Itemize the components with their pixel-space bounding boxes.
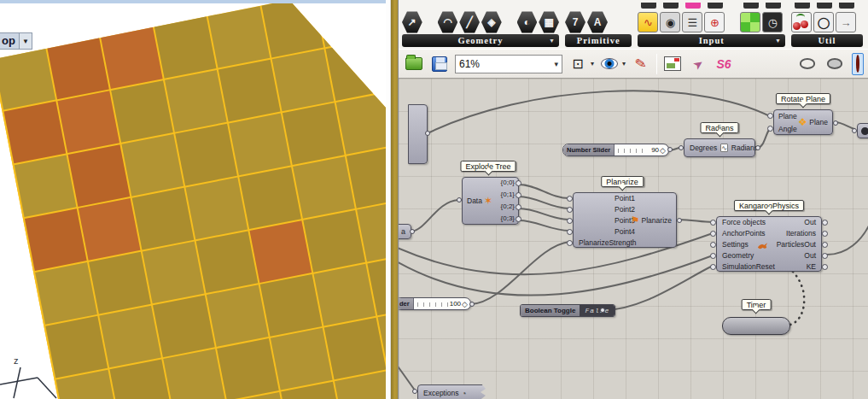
timer-node[interactable] xyxy=(722,317,790,335)
slider-track[interactable]: 90 ◇ xyxy=(615,144,668,155)
port-row[interactable]: GeometryOut xyxy=(717,250,821,261)
kangaroo-physics-node[interactable]: Force objectsOut AnchorPointsIterations … xyxy=(716,216,822,272)
output-socket[interactable] xyxy=(677,218,682,223)
mesh-cell xyxy=(218,60,281,122)
mouse-gesture-button[interactable]: S6 xyxy=(714,54,734,74)
graph-mapper-icon[interactable]: ∿ xyxy=(638,12,658,32)
output-port[interactable]: {0;3} xyxy=(501,213,515,225)
zoom-extents-button[interactable]: ⊡ xyxy=(568,54,588,74)
combo-dropdown-icon[interactable]: ▾ xyxy=(554,60,558,68)
sketch-pen-button[interactable]: ✎ xyxy=(631,54,651,74)
port-row[interactable]: AnchorPointsIterations xyxy=(717,228,821,239)
open-file-button[interactable] xyxy=(404,54,424,74)
wireframe-cylinder-icon xyxy=(800,58,815,69)
clock-icon[interactable]: ◷ xyxy=(762,12,783,32)
preview-wireframe-button[interactable] xyxy=(797,54,818,74)
radians-node[interactable]: Degrees ∿ Radians xyxy=(684,138,755,157)
knob-icon[interactable]: ◉ xyxy=(660,12,680,32)
number-slider-90[interactable]: Number Slider 90 ◇ xyxy=(562,144,669,156)
input-port[interactable]: Point2 xyxy=(574,204,676,215)
exceptions-node[interactable]: Exceptions ◔ xyxy=(417,384,491,399)
mesh-3d-view[interactable]: z xyxy=(0,0,386,399)
port-row[interactable]: Settings ParticlesOut xyxy=(717,239,821,250)
slider-track[interactable]: 100 ◇ xyxy=(414,298,470,309)
tab-util[interactable]: Util xyxy=(791,34,863,47)
mesh-cell xyxy=(207,285,269,347)
gumball-icon[interactable]: ⊕ xyxy=(704,12,725,32)
number-slider-100[interactable]: der 100 ◇ xyxy=(399,297,471,310)
sketch-tool-button[interactable] xyxy=(662,54,683,74)
input-port[interactable]: PlanarizeStrength xyxy=(574,238,676,249)
eye-icon xyxy=(601,58,618,69)
output-port[interactable]: {0;0} xyxy=(501,177,515,189)
group-expand-arrow-icon[interactable]: ▼ xyxy=(549,38,556,44)
viewport-menu-arrow-icon[interactable]: ▼ xyxy=(20,32,32,50)
output-socket[interactable] xyxy=(469,302,475,307)
sphere-icon[interactable]: ◐ xyxy=(517,11,538,33)
plane-icon[interactable]: ◈ xyxy=(481,11,502,33)
zoom-level-combobox[interactable]: 61% ▾ xyxy=(455,55,562,73)
toggle-value[interactable]: False xyxy=(580,305,615,316)
lasso-icon[interactable]: ◯ xyxy=(813,12,834,32)
output-socket[interactable] xyxy=(600,308,605,313)
cherry-picker-icon[interactable] xyxy=(791,12,812,32)
mesh-cell xyxy=(217,338,279,399)
input-socket[interactable] xyxy=(412,389,417,394)
input-socket[interactable] xyxy=(457,197,462,202)
grasshopper-canvas[interactable]: a Explode Tree Data ✶ {0;0} {0;1} {0;2} … xyxy=(399,79,868,399)
slider-handle-icon[interactable]: ◇ xyxy=(660,146,666,155)
output-socket[interactable] xyxy=(833,120,838,126)
mesh-cell xyxy=(326,38,386,101)
slider-handle-icon[interactable]: ◇ xyxy=(462,300,468,308)
preview-custom-button[interactable] xyxy=(852,53,864,75)
output-socket[interactable] xyxy=(425,131,430,136)
port-row[interactable]: SimulationResetKE xyxy=(717,261,821,273)
rhino-top-strip xyxy=(0,0,386,3)
curve-icon[interactable]: ◠ xyxy=(438,11,458,33)
rhino-viewport[interactable]: z op ▼ xyxy=(0,0,386,399)
preview-button[interactable] xyxy=(599,54,620,74)
pen-icon: ✎ xyxy=(634,55,649,73)
preview-shaded-button[interactable] xyxy=(824,54,845,74)
tab-input[interactable]: Input ▼ xyxy=(638,34,785,47)
tab-primitive[interactable]: Primitive xyxy=(565,34,632,47)
output-socket[interactable] xyxy=(410,229,415,234)
mesh-cell xyxy=(369,0,386,37)
output-port[interactable]: ⚑ Planarize xyxy=(631,216,672,225)
panel-icon[interactable]: ☰ xyxy=(682,12,702,32)
input-socket[interactable] xyxy=(679,145,684,150)
jump-icon[interactable]: → xyxy=(836,12,856,32)
output-socket[interactable] xyxy=(755,145,760,150)
line-icon[interactable]: ╱ xyxy=(459,11,480,33)
zoom-extents-dropdown-icon[interactable]: ▾ xyxy=(591,60,594,67)
input-port[interactable]: Point1 xyxy=(574,193,676,204)
input-port[interactable]: Point4 xyxy=(574,226,676,238)
exceptions-label: Exceptions xyxy=(423,389,459,397)
integer-icon[interactable]: 7 xyxy=(565,11,585,33)
tab-geometry[interactable]: Geometry ▼ xyxy=(402,34,559,47)
viewport-tab-label[interactable]: op xyxy=(0,32,20,50)
disable-selection-button[interactable]: ➤ ✕ xyxy=(688,54,708,74)
surface-icon[interactable]: ▦ xyxy=(539,11,559,33)
mesh-cell xyxy=(336,92,386,155)
rotate-plane-node[interactable]: Plane Angle ❖ Plane xyxy=(773,109,833,135)
output-port[interactable]: {0;2} xyxy=(501,201,515,213)
slider-label: der xyxy=(399,298,414,309)
partial-right-node[interactable] xyxy=(857,123,868,138)
text-icon[interactable]: A xyxy=(587,11,608,33)
input-socket[interactable] xyxy=(852,128,857,133)
mesh-cell xyxy=(153,295,215,357)
output-socket[interactable] xyxy=(667,147,673,152)
explode-tree-node[interactable]: Data ✶ {0;0} {0;1} {0;2} {0;3} xyxy=(462,177,519,225)
canvas-toolbar: 61% ▾ ⊡ ▾ ▾ ✎ ➤ ✕ S6 xyxy=(399,49,868,79)
viewport-tab[interactable]: op ▼ xyxy=(0,32,32,50)
vector-icon[interactable]: ↗ xyxy=(402,11,422,33)
group-expand-arrow-icon[interactable]: ▼ xyxy=(775,38,782,44)
output-port[interactable]: {0;1} xyxy=(501,189,515,201)
gradient-icon[interactable] xyxy=(740,12,760,32)
zoom-extents-icon: ⊡ xyxy=(572,56,583,72)
planarize-node[interactable]: Point1 Point2 Point3 Point4 PlanarizeStr… xyxy=(573,192,677,248)
preview-dropdown-icon[interactable]: ▾ xyxy=(622,60,626,67)
port-row[interactable]: Force objectsOut xyxy=(717,217,821,228)
save-file-button[interactable] xyxy=(429,54,450,74)
